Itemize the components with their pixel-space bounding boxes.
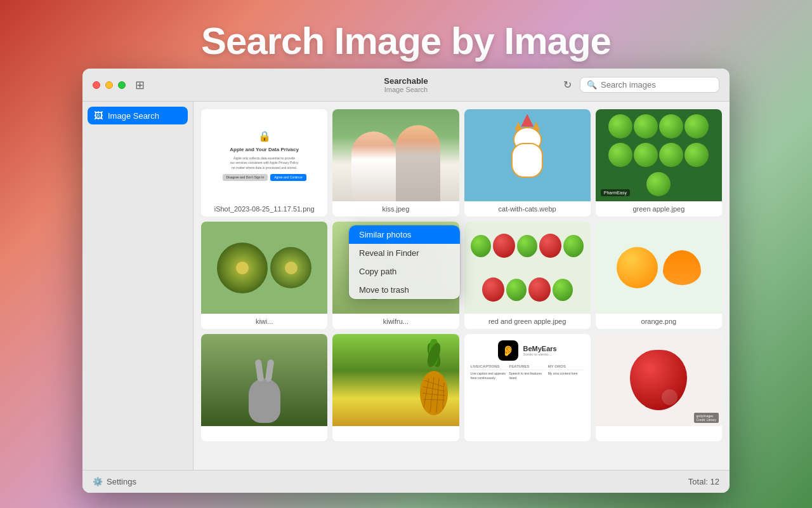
context-menu-reveal-finder[interactable]: Reveal in Finder — [349, 244, 460, 262]
bemyears-subtitle: Sordo lo siento... — [523, 352, 557, 356]
image-cell-green-apple[interactable]: PharmEasy green apple.jpeg — [596, 109, 722, 217]
kiss-image — [332, 109, 459, 201]
sidebar: 🖼 Image Search — [82, 102, 193, 470]
traffic-lights — [93, 81, 126, 89]
image-cell-red-apple-big[interactable]: gettyimagesCredit: Library — [596, 334, 722, 441]
cat-image — [464, 109, 591, 201]
image-filename: cat-with-cats.webp — [464, 201, 591, 217]
status-bar: ⚙️ Settings Total: 12 — [82, 470, 730, 493]
image-search-icon: 🖼 — [94, 110, 103, 121]
kiwi-image — [201, 222, 327, 314]
title-bar: ⊞ Searchable Image Search ↻ 🔍 — [82, 69, 730, 102]
image-filename: kiwi... — [201, 314, 327, 329]
image-filename: red and green apple.jpeg — [464, 314, 591, 329]
image-filename: kiwifru... — [332, 314, 459, 329]
col3-header: MY OROS — [548, 364, 584, 370]
bemyears-name: BeMyEars — [523, 345, 557, 352]
image-cell-kiss[interactable]: kiss.jpeg — [332, 109, 459, 217]
disagree-button[interactable]: Disagree and Don't Sign In — [223, 174, 268, 181]
settings-label: Settings — [107, 477, 136, 486]
getty-badge: gettyimagesCredit: Library — [694, 413, 719, 423]
red-apple-big-image: gettyimagesCredit: Library — [596, 334, 722, 426]
maximize-button[interactable] — [118, 81, 126, 89]
page-title: Search Image by Image — [201, 19, 611, 63]
image-filename: iShot_2023-08-25_11.17.51.png — [201, 201, 327, 217]
mixed-fruits-image — [464, 222, 591, 314]
image-cell-mixed-fruits[interactable]: red and green apple.jpeg — [464, 222, 591, 329]
context-menu: Similar photos Reveal in Finder Copy pat… — [349, 225, 460, 299]
image-cell-kiwi[interactable]: kiwi... — [201, 222, 327, 329]
col3-text: My oros content here — [548, 371, 584, 376]
context-menu-copy-path[interactable]: Copy path — [349, 262, 460, 281]
orange-image — [596, 222, 722, 314]
pineapple-image — [332, 334, 459, 426]
image-filename — [332, 426, 459, 441]
settings-icon: ⚙️ — [93, 477, 103, 486]
privacy-doc-title: Apple and Your Data Privacy — [230, 146, 299, 153]
refresh-button[interactable]: ↻ — [561, 79, 573, 91]
green-apple-image: PharmEasy — [596, 109, 722, 201]
close-button[interactable] — [93, 81, 100, 89]
agree-button[interactable]: Agree and Continue — [270, 174, 306, 181]
content-area: 🖼 Image Search 🔒 Apple and Your Data Pri… — [82, 102, 730, 470]
col2-header: FEATURES — [509, 364, 546, 370]
section-name-label: Image Search — [384, 86, 428, 93]
privacy-image: 🔒 Apple and Your Data Privacy Apple only… — [201, 109, 327, 201]
search-icon: 🔍 — [587, 80, 597, 90]
image-filename — [464, 426, 591, 441]
image-cell-rabbit[interactable] — [201, 334, 327, 441]
image-cell-privacy[interactable]: 🔒 Apple and Your Data Privacy Apple only… — [201, 109, 327, 217]
pharmeasy-badge: PharmEasy — [601, 189, 630, 196]
image-cell-pineapple[interactable] — [332, 334, 459, 441]
app-title-info: Searchable Image Search — [384, 76, 428, 93]
main-content[interactable]: 🔒 Apple and Your Data Privacy Apple only… — [193, 102, 730, 470]
image-filename — [201, 426, 327, 441]
svg-point-2 — [424, 341, 443, 368]
sidebar-toggle-icon[interactable]: ⊞ — [133, 79, 146, 91]
total-count: Total: 12 — [688, 477, 719, 486]
image-cell-bemyears[interactable]: 👂 BeMyEars Sordo lo siento... LIVE/CAPTI… — [464, 334, 591, 441]
sidebar-item-image-search[interactable]: 🖼 Image Search — [88, 107, 188, 124]
bemyears-image: 👂 BeMyEars Sordo lo siento... LIVE/CAPTI… — [464, 334, 591, 426]
image-filename — [596, 426, 722, 441]
image-grid: 🔒 Apple and Your Data Privacy Apple only… — [201, 109, 722, 441]
image-cell-cat[interactable]: cat-with-cats.webp — [464, 109, 591, 217]
image-filename: orange.png — [596, 314, 722, 329]
rabbit-image — [201, 334, 327, 426]
search-input[interactable] — [601, 80, 712, 90]
sidebar-item-label: Image Search — [108, 111, 159, 121]
minimize-button[interactable] — [105, 81, 113, 89]
col2-text: Speech to text features listed — [509, 371, 546, 380]
col1-text: Live caption text appears here continuou… — [471, 371, 507, 380]
settings-button[interactable]: ⚙️ Settings — [93, 477, 136, 486]
col1-header: LIVE/CAPTIONS — [471, 364, 507, 370]
context-menu-move-trash[interactable]: Move to trash — [349, 281, 460, 299]
title-bar-right: ↻ 🔍 — [561, 77, 719, 93]
context-menu-similar-photos[interactable]: Similar photos — [349, 225, 460, 244]
search-bar: 🔍 — [580, 77, 719, 93]
app-window: ⊞ Searchable Image Search ↻ 🔍 🖼 Image Se… — [82, 69, 730, 493]
app-name-label: Searchable — [384, 76, 428, 86]
image-cell-orange[interactable]: orange.png — [596, 222, 722, 329]
image-filename: kiss.jpeg — [332, 201, 459, 217]
privacy-doc-text: Apple only collects data essential to pr… — [230, 156, 299, 171]
image-filename: green apple.jpeg — [596, 201, 722, 217]
